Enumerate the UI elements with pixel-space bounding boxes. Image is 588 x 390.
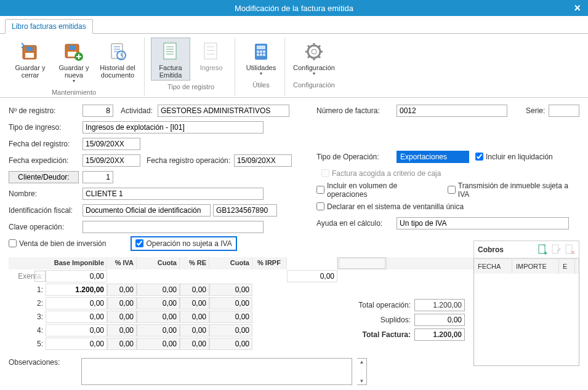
r4-base[interactable] bbox=[46, 324, 107, 336]
r5-iva[interactable] bbox=[107, 338, 137, 350]
svg-point-30 bbox=[312, 49, 316, 54]
svg-rect-2 bbox=[26, 47, 33, 51]
svg-line-35 bbox=[308, 46, 310, 47]
incluir-liquidacion-checkbox[interactable]: Incluir en liquidación bbox=[475, 153, 553, 161]
svg-rect-28 bbox=[263, 54, 265, 56]
configuracion-button[interactable]: Configuración ▾ bbox=[291, 38, 337, 79]
tab-strip: Libro facturas emitidas bbox=[0, 16, 588, 34]
r4-re[interactable] bbox=[180, 324, 209, 336]
cliente-input[interactable] bbox=[83, 171, 113, 183]
label-observaciones: Observaciones: bbox=[9, 358, 76, 385]
col-cuota2: Cuota bbox=[209, 257, 252, 269]
suplidos-input[interactable] bbox=[414, 314, 465, 326]
r4-c1[interactable] bbox=[137, 324, 180, 336]
ayuda-calculo-select[interactable]: Un tipo de IVA bbox=[397, 217, 569, 229]
cliente-deudor-button[interactable]: Cliente/Deudor: bbox=[9, 171, 79, 183]
ribbon-group-tipo-registro: Tipo de registro bbox=[167, 83, 214, 90]
fecha-registro-input[interactable]: 15/09/20XX bbox=[83, 138, 140, 150]
r3-c2[interactable] bbox=[209, 311, 252, 323]
incluir-volumen-checkbox[interactable]: Incluir en volumen de operaciones bbox=[316, 181, 438, 199]
ribbon-group-configuracion: Configuración bbox=[293, 81, 335, 89]
r2-re[interactable] bbox=[180, 297, 209, 309]
ribbon-group-mantenimiento: Mantenimiento bbox=[52, 89, 96, 96]
label-nombre: Nombre: bbox=[9, 189, 83, 198]
fecha-exped-input[interactable]: 15/09/20XX bbox=[83, 154, 140, 167]
nombre-input[interactable] bbox=[83, 188, 264, 200]
r3-base[interactable] bbox=[46, 311, 107, 323]
close-icon[interactable]: × bbox=[574, 2, 581, 15]
label-tipo-operacion: Tipo de Operación: bbox=[316, 153, 397, 161]
irpf-value[interactable] bbox=[287, 270, 337, 282]
scroll-up-icon[interactable]: ▲ bbox=[360, 359, 364, 365]
r1-c1[interactable] bbox=[137, 284, 180, 296]
income-icon bbox=[200, 41, 222, 63]
svg-line-38 bbox=[318, 46, 320, 47]
fecha-reg-op-input[interactable]: 15/09/20XX bbox=[234, 154, 292, 167]
r3-iva[interactable] bbox=[107, 311, 137, 323]
r5-base[interactable] bbox=[46, 338, 107, 350]
row-3-label: 3: bbox=[9, 312, 46, 321]
scroll-down-icon[interactable]: ▼ bbox=[360, 378, 364, 384]
observaciones-textarea[interactable] bbox=[81, 358, 352, 385]
exenta-base[interactable] bbox=[46, 270, 107, 282]
actividad-select[interactable]: GESTORES ADMINISTRATIVOS bbox=[158, 105, 289, 117]
irpf-extra-select[interactable] bbox=[339, 258, 385, 269]
label-n-registro: Nº de registro: bbox=[9, 106, 83, 115]
dropdown-icon[interactable]: ▾ bbox=[260, 71, 262, 77]
guardar-cerrar-button[interactable]: Guardar y cerrar bbox=[7, 38, 53, 86]
window-title: Modificación de la factura emitida bbox=[235, 4, 353, 13]
r2-c1[interactable] bbox=[137, 297, 180, 309]
guardar-nueva-button[interactable]: Guardar y nueva ▾ bbox=[54, 38, 94, 86]
r1-base[interactable] bbox=[46, 284, 107, 296]
r2-base[interactable] bbox=[46, 297, 107, 309]
col-base: Base Imponible bbox=[46, 257, 107, 269]
cobros-col-fecha[interactable]: FECHA bbox=[474, 259, 512, 274]
ingreso-button[interactable]: Ingreso bbox=[191, 38, 231, 81]
clave-operacion-select[interactable]: I - Inversión del Sujeto pasivo (ISP) bbox=[83, 221, 264, 233]
ident-fiscal-num-input[interactable] bbox=[213, 204, 277, 217]
historial-button[interactable]: Historial del documento bbox=[95, 38, 140, 86]
transmision-inmueble-checkbox[interactable]: Transmisión de inmueble sujeta a IVA bbox=[448, 181, 580, 199]
exenta-dd[interactable] bbox=[34, 271, 46, 282]
calculator-icon bbox=[250, 41, 272, 63]
label-serie: Serie: bbox=[526, 106, 545, 115]
operacion-no-iva-checkbox[interactable]: Operación no sujeta a IVA bbox=[131, 236, 236, 251]
tipo-ingreso-select[interactable]: Ingresos de explotación - [I01] bbox=[83, 121, 264, 133]
dropdown-icon[interactable]: ▾ bbox=[313, 71, 315, 77]
ribbon-group-utiles: Útiles bbox=[252, 81, 270, 89]
r1-c2[interactable] bbox=[209, 284, 252, 296]
observaciones-scrollbar[interactable]: ▲▼ bbox=[357, 358, 367, 385]
ribbon: Guardar y cerrar Guardar y nueva ▾ Histo… bbox=[0, 34, 588, 98]
svg-line-37 bbox=[308, 56, 310, 58]
r2-iva[interactable] bbox=[107, 297, 137, 309]
ident-fiscal-tipo-select[interactable]: Documento Oficial de identificación bbox=[83, 204, 211, 217]
cobros-col-e[interactable]: E bbox=[559, 259, 575, 274]
factura-emitida-button[interactable]: Factura Emitida bbox=[151, 38, 190, 81]
tab-libro-facturas[interactable]: Libro facturas emitidas bbox=[5, 19, 93, 34]
row-2-label: 2: bbox=[9, 299, 46, 308]
venta-bien-checkbox[interactable]: Venta de bien de inversión bbox=[9, 239, 106, 248]
n-registro-input[interactable] bbox=[83, 105, 113, 117]
serie-input[interactable] bbox=[549, 105, 579, 117]
r4-iva[interactable] bbox=[107, 324, 137, 336]
new-doc-icon[interactable] bbox=[537, 244, 548, 255]
declarar-vu-checkbox[interactable]: Declarar en el sistema de ventanilla úni… bbox=[316, 202, 464, 211]
dropdown-icon[interactable]: ▾ bbox=[73, 79, 75, 84]
r4-c2[interactable] bbox=[209, 324, 252, 336]
row-1-label: 1: bbox=[9, 285, 46, 294]
cobros-col-importe[interactable]: IMPORTE bbox=[512, 259, 559, 274]
r2-c2[interactable] bbox=[209, 297, 252, 309]
label-fecha-reg-op: Fecha registro operación: bbox=[147, 156, 230, 165]
tipo-operacion-select[interactable]: Exportaciones bbox=[397, 151, 469, 163]
utilidades-button[interactable]: Utilidades ▾ bbox=[241, 38, 281, 79]
r3-re[interactable] bbox=[180, 311, 209, 323]
numero-factura-input[interactable] bbox=[397, 105, 507, 117]
svg-rect-40 bbox=[552, 245, 558, 253]
r5-c1[interactable] bbox=[137, 338, 180, 350]
r1-iva[interactable] bbox=[107, 284, 137, 296]
r3-c1[interactable] bbox=[137, 311, 180, 323]
r5-c2[interactable] bbox=[209, 338, 252, 350]
r5-re[interactable] bbox=[180, 338, 209, 350]
label-ayuda-calculo: Ayuda en el cálculo: bbox=[316, 219, 397, 228]
r1-re[interactable] bbox=[180, 284, 209, 296]
